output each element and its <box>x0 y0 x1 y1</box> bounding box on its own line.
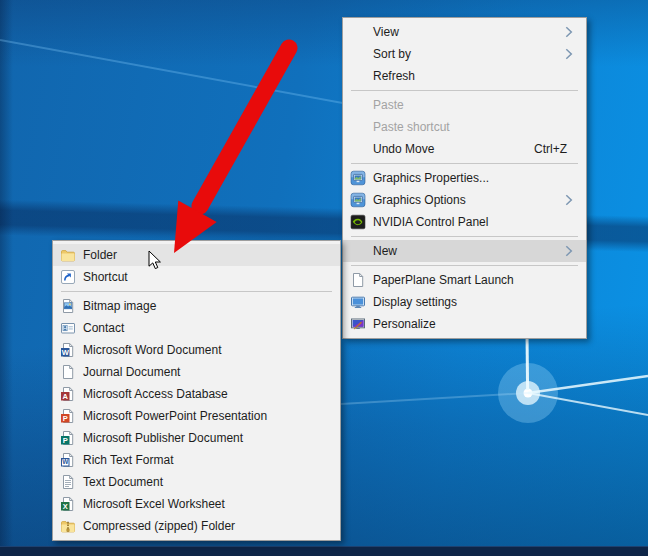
menu-separator <box>351 265 578 266</box>
menu-item-label: Microsoft Access Database <box>83 387 340 401</box>
menu-item-label: Folder <box>83 248 340 262</box>
submenu-item-microsoft-excel-worksheet[interactable]: XMicrosoft Excel Worksheet <box>53 493 340 515</box>
desktop: ViewSort byRefreshPastePaste shortcutUnd… <box>0 0 648 556</box>
svg-text:W: W <box>62 458 69 465</box>
menu-separator <box>61 291 332 292</box>
menu-item-label: Microsoft Word Document <box>83 343 340 357</box>
submenu-item-microsoft-powerpoint-presentation[interactable]: PMicrosoft PowerPoint Presentation <box>53 405 340 427</box>
menu-item-new[interactable]: New <box>343 240 586 262</box>
submenu-arrow-icon <box>565 195 573 206</box>
menu-item-label: Paste shortcut <box>373 120 586 134</box>
svg-text:A: A <box>63 392 69 401</box>
folder-icon <box>60 247 76 263</box>
contact-icon <box>60 320 76 336</box>
submenu-item-compressed-zipped-folder[interactable]: Compressed (zipped) Folder <box>53 515 340 537</box>
zip-folder-icon <box>60 518 76 534</box>
menu-item-graphics-properties[interactable]: Graphics Properties... <box>343 167 586 189</box>
submenu-item-shortcut[interactable]: Shortcut <box>53 266 340 288</box>
menu-item-graphics-options[interactable]: Graphics Options <box>343 189 586 211</box>
powerpoint-icon: P <box>60 408 76 424</box>
menu-item-label: Microsoft Excel Worksheet <box>83 497 340 511</box>
submenu-item-contact[interactable]: Contact <box>53 317 340 339</box>
menu-item-view[interactable]: View <box>343 21 586 43</box>
menu-item-undo-move[interactable]: Undo MoveCtrl+Z <box>343 138 586 160</box>
menu-item-label: Bitmap image <box>83 299 340 313</box>
menu-item-label: Microsoft Publisher Document <box>83 431 340 445</box>
menu-item-label: Graphics Properties... <box>373 171 586 185</box>
taskbar[interactable] <box>0 546 648 556</box>
access-icon: A <box>60 386 76 402</box>
personalize-icon <box>350 316 366 332</box>
submenu-item-microsoft-publisher-document[interactable]: PMicrosoft Publisher Document <box>53 427 340 449</box>
submenu-arrow-icon <box>565 49 573 60</box>
menu-item-sort-by[interactable]: Sort by <box>343 43 586 65</box>
shortcut-label: Ctrl+Z <box>534 142 567 156</box>
menu-item-label: Personalize <box>373 317 586 331</box>
word-icon: W <box>60 342 76 358</box>
menu-item-label: Journal Document <box>83 365 340 379</box>
text-document-icon <box>60 474 76 490</box>
menu-item-label: New <box>373 244 586 258</box>
menu-separator <box>351 90 578 91</box>
menu-item-display-settings[interactable]: Display settings <box>343 291 586 313</box>
publisher-icon: P <box>60 430 76 446</box>
excel-icon: X <box>60 496 76 512</box>
menu-item-paperplane-smart-launch[interactable]: PaperPlane Smart Launch <box>343 269 586 291</box>
submenu-arrow-icon <box>565 246 573 257</box>
submenu-item-folder[interactable]: Folder <box>53 244 340 266</box>
blank-document-icon <box>350 272 366 288</box>
new-submenu: FolderShortcutBitmap imageContactWMicros… <box>52 240 341 541</box>
menu-item-personalize[interactable]: Personalize <box>343 313 586 335</box>
menu-separator <box>351 163 578 164</box>
richtext-icon: W <box>60 452 76 468</box>
shortcut-icon <box>60 269 76 285</box>
submenu-item-bitmap-image[interactable]: Bitmap image <box>53 295 340 317</box>
nvidia-icon <box>350 214 366 230</box>
display-icon <box>350 294 366 310</box>
submenu-item-rich-text-format[interactable]: WRich Text Format <box>53 449 340 471</box>
menu-separator <box>351 236 578 237</box>
svg-text:X: X <box>63 502 68 511</box>
submenu-item-text-document[interactable]: Text Document <box>53 471 340 493</box>
bitmap-image-icon <box>60 298 76 314</box>
submenu-item-journal-document[interactable]: Journal Document <box>53 361 340 383</box>
menu-item-label: Undo Move <box>373 142 534 156</box>
menu-item-label: Compressed (zipped) Folder <box>83 519 340 533</box>
menu-item-label: Refresh <box>373 69 586 83</box>
menu-item-paste-shortcut[interactable]: Paste shortcut <box>343 116 586 138</box>
menu-item-label: NVIDIA Control Panel <box>373 215 586 229</box>
submenu-item-microsoft-access-database[interactable]: AMicrosoft Access Database <box>53 383 340 405</box>
menu-item-label: Display settings <box>373 295 586 309</box>
submenu-item-microsoft-word-document[interactable]: WMicrosoft Word Document <box>53 339 340 361</box>
submenu-arrow-icon <box>565 27 573 38</box>
menu-item-label: Paste <box>373 98 586 112</box>
menu-item-label: Rich Text Format <box>83 453 340 467</box>
desktop-context-menu: ViewSort byRefreshPastePaste shortcutUnd… <box>342 17 587 339</box>
svg-text:P: P <box>63 414 68 423</box>
intel-graphics-icon <box>350 192 366 208</box>
menu-item-label: Text Document <box>83 475 340 489</box>
menu-item-label: Microsoft PowerPoint Presentation <box>83 409 340 423</box>
svg-text:W: W <box>62 348 70 357</box>
menu-item-nvidia-control-panel[interactable]: NVIDIA Control Panel <box>343 211 586 233</box>
menu-item-label: PaperPlane Smart Launch <box>373 273 586 287</box>
journal-icon <box>60 364 76 380</box>
menu-item-label: Sort by <box>373 47 586 61</box>
svg-text:P: P <box>63 436 68 445</box>
menu-item-label: Graphics Options <box>373 193 586 207</box>
menu-item-label: Shortcut <box>83 270 340 284</box>
menu-item-label: Contact <box>83 321 340 335</box>
intel-graphics-icon <box>350 170 366 186</box>
menu-item-paste[interactable]: Paste <box>343 94 586 116</box>
menu-item-refresh[interactable]: Refresh <box>343 65 586 87</box>
menu-item-label: View <box>373 25 586 39</box>
